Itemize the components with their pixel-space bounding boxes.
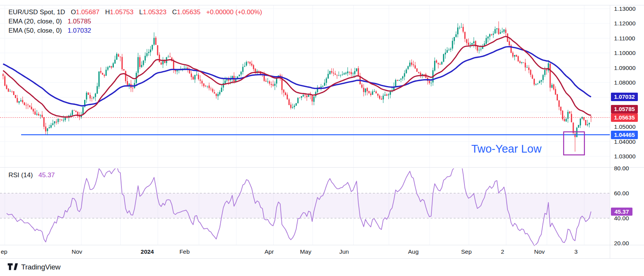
candle-body <box>198 75 199 79</box>
candle-body <box>143 61 144 65</box>
chart-canvas[interactable] <box>0 0 644 276</box>
candle-body <box>414 65 416 68</box>
two-year-low-annotation[interactable]: Two-Year Low <box>471 143 542 155</box>
candle-body <box>287 95 288 99</box>
time-axis-label[interactable]: Feb <box>180 248 190 255</box>
time-axis-label[interactable]: Nov <box>534 248 545 255</box>
candle-body <box>349 72 350 73</box>
candle-body <box>530 70 531 75</box>
candle-body <box>6 85 7 89</box>
time-axis-label[interactable]: 2024 <box>141 248 154 255</box>
candle-body <box>56 122 57 123</box>
candle-body <box>8 89 9 92</box>
candle-body <box>219 92 220 94</box>
candle-body <box>526 67 528 68</box>
rsi-legend[interactable]: RSI (14) 45.37 <box>8 171 55 179</box>
time-axis-label[interactable]: Apr <box>265 248 274 255</box>
candle-body <box>340 75 341 75</box>
candle-body <box>267 81 268 82</box>
time-axis-label[interactable]: Aug <box>408 248 419 255</box>
candle-body <box>343 73 344 75</box>
candle-body <box>402 76 403 78</box>
candle-body <box>566 119 567 121</box>
candle-body <box>503 29 504 32</box>
candle-body <box>399 80 400 81</box>
candle-body <box>383 96 384 100</box>
candle-body <box>70 115 71 116</box>
candle-body <box>173 61 174 70</box>
candle-body <box>201 81 203 84</box>
candle-body <box>553 85 554 90</box>
candle-body <box>17 98 18 102</box>
candle-body <box>113 63 114 68</box>
candle-body <box>370 93 371 95</box>
candle-body <box>102 73 103 75</box>
candle-body <box>534 79 535 85</box>
candle-body <box>285 93 286 95</box>
price-axis-label: 1.05000 <box>614 123 636 130</box>
time-axis-label[interactable]: May <box>300 248 311 255</box>
candle-body <box>25 105 27 105</box>
price-tag-ema50[interactable]: 1.07032 <box>611 93 638 101</box>
candle-body <box>494 29 496 33</box>
candle-body <box>429 81 430 83</box>
candle-body <box>406 70 407 73</box>
candle-body <box>240 72 241 75</box>
ema50-row[interactable]: EMA (50, close, 0) 1.07032 <box>8 26 262 35</box>
time-axis-label[interactable]: Jun <box>339 248 349 255</box>
candle-body <box>258 71 260 71</box>
tradingview-logo-text: TradingView <box>21 263 60 271</box>
candle-body <box>502 32 503 32</box>
candle-body <box>251 63 252 65</box>
candle-body <box>162 61 163 64</box>
time-axis-label[interactable]: 3 <box>574 248 578 255</box>
candle-body <box>226 79 228 80</box>
candle-body <box>29 105 30 107</box>
candle-body <box>283 90 284 93</box>
ohlc-high-value: 1.05753 <box>110 8 133 16</box>
candle-body <box>4 76 5 85</box>
candle-body <box>253 65 254 69</box>
candle-body <box>445 53 446 55</box>
rsi-axis-label: 40.00 <box>614 214 629 222</box>
tradingview-logo[interactable]: TradingView <box>8 263 60 271</box>
price-tag-close[interactable]: 1.05635 <box>611 113 638 122</box>
candle-body <box>367 88 368 91</box>
candle-body <box>141 65 142 67</box>
candle-body <box>521 62 522 63</box>
candle-body <box>208 85 210 88</box>
candle-body <box>153 38 155 45</box>
price-tag-ema20[interactable]: 1.05785 <box>611 105 638 113</box>
candle-body <box>322 86 323 87</box>
candle-body <box>264 75 265 81</box>
candle-body <box>31 107 32 110</box>
candle-body <box>585 120 586 125</box>
ohlc-open-label: O <box>71 8 76 16</box>
candle-body <box>514 55 515 57</box>
ohlc-high-label: H <box>105 8 110 16</box>
candle-body <box>374 91 375 91</box>
candle-body <box>409 63 410 67</box>
price-tag-support[interactable]: 1.04465 <box>611 131 638 139</box>
candle-body <box>109 66 110 67</box>
candle-body <box>353 73 354 74</box>
rsi-value-tag[interactable]: 45.37 <box>611 208 632 216</box>
chart-legend[interactable]: EUR/USD Spot, 1D O1.05687 H1.05753 L1.05… <box>8 8 262 35</box>
ohlc-open-value: 1.05687 <box>76 8 99 16</box>
ema20-row[interactable]: EMA (20, close, 0) 1.05785 <box>8 17 262 26</box>
time-axis-label[interactable]: 2 <box>501 248 504 255</box>
time-axis-label[interactable]: ep <box>1 248 7 255</box>
candle-body <box>334 73 336 75</box>
candle-body <box>468 43 469 45</box>
candle-body <box>397 80 398 81</box>
candle-body <box>33 109 34 111</box>
candle-body <box>516 55 517 57</box>
candle-body <box>560 107 561 111</box>
candle-body <box>555 89 556 95</box>
time-axis-label[interactable]: Nov <box>72 248 82 255</box>
candle-body <box>123 69 125 70</box>
candle-body <box>138 57 139 73</box>
candle-body <box>384 95 386 96</box>
candle-body <box>491 35 492 35</box>
time-axis-label[interactable]: Sep <box>461 248 472 255</box>
